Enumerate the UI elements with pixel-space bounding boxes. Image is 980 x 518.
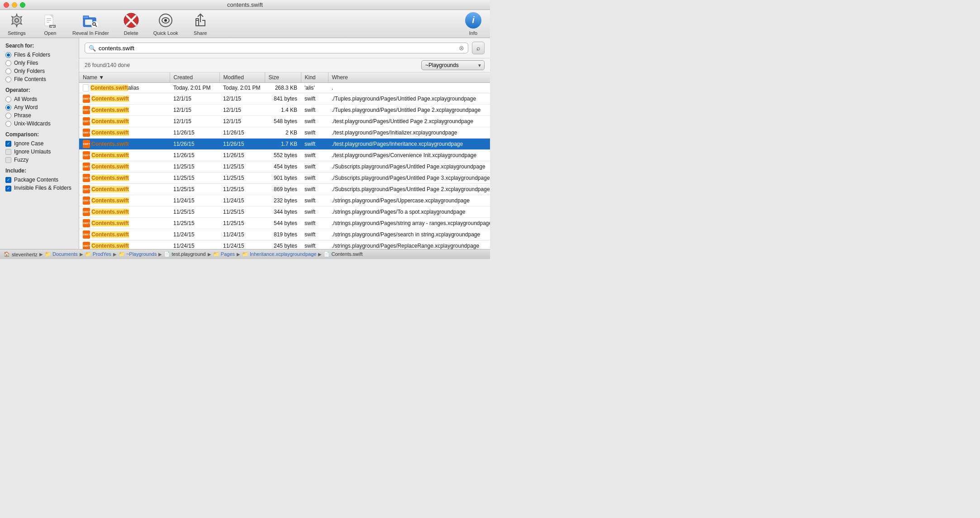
filename-highlight: Contents.swift xyxy=(91,107,129,113)
check-ignore-case-box[interactable] xyxy=(5,141,11,147)
swift-file-icon: SWIFT xyxy=(83,95,90,103)
radio-only-files-btn[interactable] xyxy=(5,60,11,66)
col-modified: Modified xyxy=(219,72,265,83)
table-row[interactable]: SWIFTContents.swift11/26/1511/26/151.7 K… xyxy=(79,139,490,150)
radio-phrase-btn[interactable] xyxy=(5,113,11,119)
radio-file-contents[interactable]: File Contents xyxy=(5,76,73,82)
file-size: 869 bytes xyxy=(265,184,301,195)
table-row[interactable]: SWIFTContents.swift11/24/1511/24/15245 b… xyxy=(79,240,490,249)
check-fuzzy-box[interactable] xyxy=(5,157,11,163)
table-row[interactable]: SWIFTContents.swift12/1/1512/1/15548 byt… xyxy=(79,116,490,127)
results-table[interactable]: Name ▼ Created Modified Size Kind Where … xyxy=(79,72,490,249)
radio-only-folders-btn[interactable] xyxy=(5,68,11,74)
table-row[interactable]: SWIFTContents.swift12/1/1512/1/15841 byt… xyxy=(79,93,490,105)
radio-unix-wildcards[interactable]: Unix-Wildcards xyxy=(5,120,73,127)
col-name[interactable]: Name ▼ xyxy=(79,72,170,83)
file-name-cell: SWIFTContents.swift xyxy=(79,93,170,104)
radio-any-word[interactable]: Any Word xyxy=(5,104,73,110)
check-package-contents[interactable]: Package Contents xyxy=(5,177,73,183)
radio-all-words[interactable]: All Words xyxy=(5,96,73,102)
swift-file-icon: SWIFT xyxy=(83,242,90,249)
file-modified: 11/24/15 xyxy=(219,240,265,249)
breadcrumb-contents-swift[interactable]: 📄 Contents.swift xyxy=(323,251,362,257)
settings-toolbar-item[interactable]: Settings xyxy=(5,12,28,36)
table-row[interactable]: SWIFTContents.swift11/24/1511/24/15232 b… xyxy=(79,195,490,206)
file-where: ./strings.playground/Pages/search in str… xyxy=(328,229,490,240)
file-created: 11/25/15 xyxy=(170,218,219,229)
file-kind: swift xyxy=(301,173,328,184)
window-controls[interactable] xyxy=(4,2,25,8)
table-body: Contents.swift aliasToday, 2:01 PMToday,… xyxy=(79,83,490,249)
search-submit-button[interactable]: ⌕ xyxy=(472,42,485,54)
minimize-button[interactable] xyxy=(12,2,17,8)
table-row[interactable]: SWIFTContents.swift11/25/1511/25/15344 b… xyxy=(79,206,490,218)
file-kind: swift xyxy=(301,161,328,173)
radio-file-contents-btn[interactable] xyxy=(5,77,11,82)
filename-highlight: Contents.swift xyxy=(91,231,129,238)
file-modified: 11/24/15 xyxy=(219,195,265,206)
file-modified: 11/25/15 xyxy=(219,206,265,218)
file-where: ./strings.playground/Pages/To a spot.xcp… xyxy=(328,206,490,218)
breadcrumb-pages[interactable]: 📁 Pages xyxy=(213,251,235,257)
radio-files-folders[interactable]: Files & Folders xyxy=(5,52,73,58)
radio-phrase[interactable]: Phrase xyxy=(5,112,73,119)
file-kind: swift xyxy=(301,229,328,240)
filename-highlight: Contents.swift xyxy=(91,220,129,226)
share-toolbar-item[interactable]: Share xyxy=(189,12,212,36)
radio-phrase-label: Phrase xyxy=(14,112,31,119)
alias-file-icon xyxy=(83,84,89,91)
check-ignore-case[interactable]: Ignore Case xyxy=(5,140,73,147)
radio-files-folders-btn[interactable] xyxy=(5,52,11,58)
radio-only-files[interactable]: Only Files xyxy=(5,60,73,66)
table-row[interactable]: SWIFTContents.swift11/25/1511/25/15544 b… xyxy=(79,218,490,229)
breadcrumb-test-playground[interactable]: 📄 test.playground xyxy=(164,251,205,257)
radio-all-words-label: All Words xyxy=(14,96,37,102)
file-kind: swift xyxy=(301,105,328,116)
info-toolbar-item[interactable]: i Info xyxy=(462,12,485,36)
file-kind: swift xyxy=(301,150,328,161)
scope-wrapper[interactable]: ~Playgrounds Everywhere ~/Documents ~/De… xyxy=(421,60,485,70)
check-ignore-umlauts-box[interactable] xyxy=(5,149,11,155)
open-toolbar-item[interactable]: Open xyxy=(39,12,62,36)
table-row[interactable]: SWIFTContents.swift12/1/1512/1/151.4 KBs… xyxy=(79,105,490,116)
filename-highlight: Contents.swift xyxy=(91,152,129,158)
search-clear-icon[interactable]: ⊗ xyxy=(459,44,464,52)
check-fuzzy[interactable]: Fuzzy xyxy=(5,157,73,163)
table-row[interactable]: SWIFTContents.swift11/25/1511/25/15454 b… xyxy=(79,161,490,173)
file-modified: 12/1/15 xyxy=(219,93,265,105)
breadcrumb-playgrounds[interactable]: 📁 ~Playgrounds xyxy=(119,251,157,257)
breadcrumb-prodyes[interactable]: 📁 ProdYes xyxy=(85,251,111,257)
quicklook-toolbar-item[interactable]: Quick Look xyxy=(153,12,178,36)
radio-any-word-btn[interactable] xyxy=(5,105,11,110)
table-row[interactable]: SWIFTContents.swift11/25/1511/25/15901 b… xyxy=(79,173,490,184)
check-invisible-files[interactable]: Invisible Files & Folders xyxy=(5,185,73,192)
file-size: 901 bytes xyxy=(265,173,301,184)
check-invisible-files-box[interactable] xyxy=(5,186,11,192)
scope-select[interactable]: ~Playgrounds Everywhere ~/Documents ~/De… xyxy=(421,60,485,70)
file-where: ./Tuples.playground/Pages/Untitled Page … xyxy=(328,105,490,116)
swift-file-icon: SWIFT xyxy=(83,230,90,239)
close-button[interactable] xyxy=(4,2,9,8)
radio-unix-wildcards-btn[interactable] xyxy=(5,121,11,127)
file-created: 12/1/15 xyxy=(170,105,219,116)
radio-only-folders[interactable]: Only Folders xyxy=(5,68,73,74)
maximize-button[interactable] xyxy=(20,2,25,8)
reveal-toolbar-item[interactable]: Reveal In Finder xyxy=(72,12,109,36)
filename-highlight: Contents.swift xyxy=(91,130,129,136)
radio-all-words-btn[interactable] xyxy=(5,96,11,102)
check-ignore-case-label: Ignore Case xyxy=(14,140,43,147)
check-ignore-umlauts[interactable]: Ignore Umlauts xyxy=(5,149,73,155)
table-row[interactable]: Contents.swift aliasToday, 2:01 PMToday,… xyxy=(79,83,490,93)
table-row[interactable]: SWIFTContents.swift11/26/1511/26/15552 b… xyxy=(79,150,490,161)
file-created: 11/25/15 xyxy=(170,206,219,218)
table-row[interactable]: SWIFTContents.swift11/24/1511/24/15819 b… xyxy=(79,229,490,240)
check-package-contents-box[interactable] xyxy=(5,177,11,183)
breadcrumb-stevenhertz[interactable]: stevenhertz xyxy=(12,252,38,257)
search-input[interactable] xyxy=(99,45,456,52)
delete-toolbar-item[interactable]: Delete xyxy=(120,12,143,36)
breadcrumb-inheritance[interactable]: 📁 Inheritance.xcplaygroundpage xyxy=(242,251,316,257)
table-row[interactable]: SWIFTContents.swift11/26/1511/26/152 KBs… xyxy=(79,127,490,139)
table-row[interactable]: SWIFTContents.swift11/25/1511/25/15869 b… xyxy=(79,184,490,195)
breadcrumb-documents[interactable]: 📁 Documents xyxy=(45,251,78,257)
file-modified: 12/1/15 xyxy=(219,105,265,116)
